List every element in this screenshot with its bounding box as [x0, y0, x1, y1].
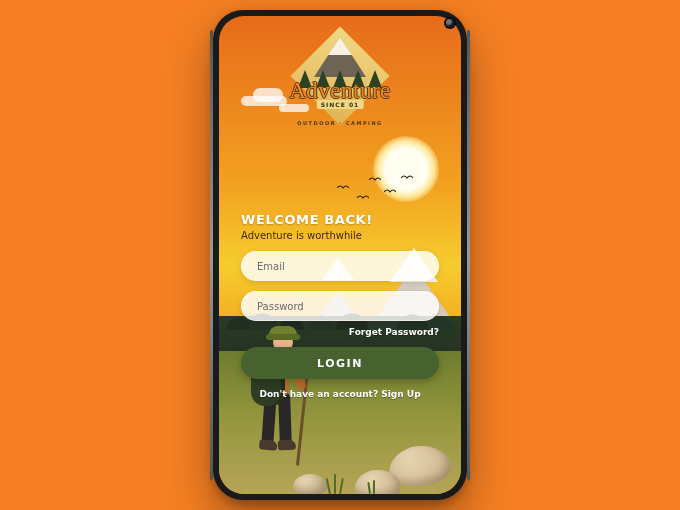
logo-since-label: SINCE 01 [317, 100, 364, 109]
bird-icon [369, 176, 381, 183]
rock-icon [293, 474, 327, 494]
app-screen: Adventure SINCE 01 OUTDOOR · CAMPING WEL… [219, 16, 461, 494]
email-field-wrap[interactable] [241, 251, 439, 281]
password-input[interactable] [255, 300, 425, 313]
bird-icon [357, 194, 369, 201]
tagline-text: Adventure is worthwhile [241, 230, 439, 241]
punch-hole-camera [446, 19, 454, 27]
sign-up-link[interactable]: Don't have an account? Sign Up [241, 389, 439, 399]
forgot-password-link[interactable]: Forget Password? [241, 327, 439, 337]
bird-icon [384, 188, 396, 195]
bird-icon [337, 184, 349, 191]
email-input[interactable] [255, 260, 425, 273]
welcome-heading: WELCOME BACK! [241, 212, 439, 227]
login-button[interactable]: LOGIN [241, 347, 439, 379]
sun-icon [373, 136, 439, 202]
login-form: WELCOME BACK! Adventure is worthwhile Fo… [241, 212, 439, 399]
logo-subline: OUTDOOR · CAMPING [297, 120, 382, 126]
phone-frame: Adventure SINCE 01 OUTDOOR · CAMPING WEL… [213, 10, 467, 500]
password-field-wrap[interactable] [241, 291, 439, 321]
product-shot-stage: Adventure SINCE 01 OUTDOOR · CAMPING WEL… [0, 0, 680, 510]
bird-icon [401, 174, 413, 181]
app-logo: Adventure SINCE 01 OUTDOOR · CAMPING [278, 34, 402, 118]
